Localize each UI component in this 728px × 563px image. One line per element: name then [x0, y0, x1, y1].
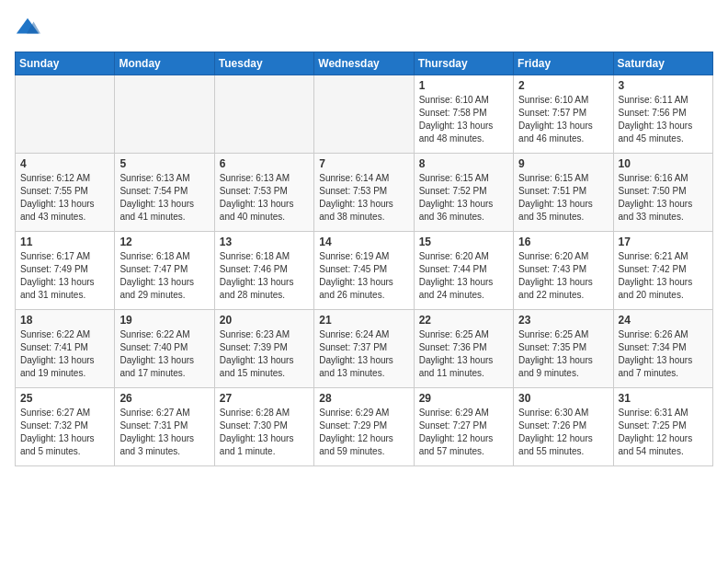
day-number: 17 — [619, 236, 708, 248]
calendar-cell: 18 Sunrise: 6:22 AMSunset: 7:41 PMDaylig… — [16, 310, 115, 388]
calendar-cell: 19 Sunrise: 6:22 AMSunset: 7:40 PMDaylig… — [115, 310, 214, 388]
day-number: 31 — [619, 392, 708, 405]
col-header-tuesday: Tuesday — [214, 52, 313, 75]
calendar-cell: 23 Sunrise: 6:25 AMSunset: 7:35 PMDaylig… — [514, 310, 613, 388]
calendar-cell: 1 Sunrise: 6:10 AMSunset: 7:58 PMDayligh… — [414, 75, 513, 154]
calendar-cell — [214, 75, 313, 154]
calendar-cell: 11 Sunrise: 6:17 AMSunset: 7:49 PMDaylig… — [16, 232, 115, 310]
calendar-cell: 22 Sunrise: 6:25 AMSunset: 7:36 PMDaylig… — [414, 310, 513, 388]
day-number: 18 — [20, 314, 109, 327]
day-number: 6 — [220, 157, 309, 170]
day-info: Sunrise: 6:20 AMSunset: 7:43 PMDaylight:… — [518, 250, 608, 302]
day-number: 11 — [20, 236, 109, 248]
day-info: Sunrise: 6:24 AMSunset: 7:37 PMDaylight:… — [319, 328, 408, 380]
day-info: Sunrise: 6:13 AMSunset: 7:53 PMDaylight:… — [220, 172, 309, 224]
col-header-monday: Monday — [115, 52, 214, 75]
day-info: Sunrise: 6:18 AMSunset: 7:46 PMDaylight:… — [220, 250, 309, 302]
day-number: 14 — [319, 236, 408, 248]
day-number: 1 — [419, 79, 508, 92]
calendar-cell: 7 Sunrise: 6:14 AMSunset: 7:53 PMDayligh… — [314, 154, 414, 232]
day-info: Sunrise: 6:15 AMSunset: 7:52 PMDaylight:… — [419, 172, 508, 224]
calendar-cell: 2 Sunrise: 6:10 AMSunset: 7:57 PMDayligh… — [514, 75, 613, 154]
day-info: Sunrise: 6:29 AMSunset: 7:29 PMDaylight:… — [319, 407, 408, 458]
calendar-week-5: 25 Sunrise: 6:27 AMSunset: 7:32 PMDaylig… — [16, 388, 713, 466]
day-info: Sunrise: 6:21 AMSunset: 7:42 PMDaylight:… — [619, 250, 708, 302]
day-number: 8 — [419, 157, 508, 170]
page-header — [15, 15, 713, 40]
day-number: 15 — [419, 236, 508, 248]
day-number: 19 — [119, 314, 209, 327]
day-info: Sunrise: 6:25 AMSunset: 7:36 PMDaylight:… — [419, 328, 508, 380]
day-number: 7 — [319, 157, 408, 170]
day-info: Sunrise: 6:29 AMSunset: 7:27 PMDaylight:… — [419, 407, 508, 458]
col-header-thursday: Thursday — [414, 52, 513, 75]
calendar-week-2: 4 Sunrise: 6:12 AMSunset: 7:55 PMDayligh… — [16, 154, 713, 232]
day-number: 3 — [619, 79, 708, 92]
calendar-week-3: 11 Sunrise: 6:17 AMSunset: 7:49 PMDaylig… — [16, 232, 713, 310]
day-number: 29 — [419, 392, 508, 405]
day-info: Sunrise: 6:10 AMSunset: 7:57 PMDaylight:… — [518, 94, 608, 145]
day-info: Sunrise: 6:31 AMSunset: 7:25 PMDaylight:… — [619, 407, 708, 458]
day-info: Sunrise: 6:28 AMSunset: 7:30 PMDaylight:… — [220, 407, 309, 458]
day-number: 21 — [319, 314, 408, 327]
day-info: Sunrise: 6:30 AMSunset: 7:26 PMDaylight:… — [518, 407, 608, 458]
day-info: Sunrise: 6:22 AMSunset: 7:40 PMDaylight:… — [119, 328, 209, 380]
calendar-cell: 8 Sunrise: 6:15 AMSunset: 7:52 PMDayligh… — [414, 154, 513, 232]
day-number: 5 — [119, 157, 209, 170]
logo — [15, 15, 44, 40]
day-number: 24 — [619, 314, 708, 327]
day-number: 4 — [20, 157, 109, 170]
calendar-cell: 28 Sunrise: 6:29 AMSunset: 7:29 PMDaylig… — [314, 388, 414, 466]
day-info: Sunrise: 6:20 AMSunset: 7:44 PMDaylight:… — [419, 250, 508, 302]
day-number: 27 — [220, 392, 309, 405]
day-info: Sunrise: 6:17 AMSunset: 7:49 PMDaylight:… — [20, 250, 109, 302]
calendar-cell: 30 Sunrise: 6:30 AMSunset: 7:26 PMDaylig… — [514, 388, 613, 466]
calendar-cell: 21 Sunrise: 6:24 AMSunset: 7:37 PMDaylig… — [314, 310, 414, 388]
calendar-cell: 25 Sunrise: 6:27 AMSunset: 7:32 PMDaylig… — [16, 388, 115, 466]
day-number: 22 — [419, 314, 508, 327]
calendar-cell: 3 Sunrise: 6:11 AMSunset: 7:56 PMDayligh… — [613, 75, 712, 154]
day-info: Sunrise: 6:12 AMSunset: 7:55 PMDaylight:… — [20, 172, 109, 224]
day-info: Sunrise: 6:11 AMSunset: 7:56 PMDaylight:… — [619, 94, 708, 145]
day-info: Sunrise: 6:27 AMSunset: 7:31 PMDaylight:… — [119, 407, 209, 458]
day-info: Sunrise: 6:19 AMSunset: 7:45 PMDaylight:… — [319, 250, 408, 302]
calendar-cell: 15 Sunrise: 6:20 AMSunset: 7:44 PMDaylig… — [414, 232, 513, 310]
calendar-table: SundayMondayTuesdayWednesdayThursdayFrid… — [15, 52, 713, 466]
day-info: Sunrise: 6:23 AMSunset: 7:39 PMDaylight:… — [220, 328, 309, 380]
day-info: Sunrise: 6:15 AMSunset: 7:51 PMDaylight:… — [518, 172, 608, 224]
day-number: 26 — [119, 392, 209, 405]
day-info: Sunrise: 6:22 AMSunset: 7:41 PMDaylight:… — [20, 328, 109, 380]
calendar-cell: 27 Sunrise: 6:28 AMSunset: 7:30 PMDaylig… — [214, 388, 313, 466]
day-number: 20 — [220, 314, 309, 327]
calendar-cell — [16, 75, 115, 154]
day-info: Sunrise: 6:25 AMSunset: 7:35 PMDaylight:… — [518, 328, 608, 380]
calendar-cell — [314, 75, 414, 154]
day-number: 2 — [518, 79, 608, 92]
calendar-cell: 26 Sunrise: 6:27 AMSunset: 7:31 PMDaylig… — [115, 388, 214, 466]
calendar-header-row: SundayMondayTuesdayWednesdayThursdayFrid… — [16, 52, 713, 75]
day-info: Sunrise: 6:26 AMSunset: 7:34 PMDaylight:… — [619, 328, 708, 380]
day-number: 25 — [20, 392, 109, 405]
col-header-wednesday: Wednesday — [314, 52, 414, 75]
day-number: 13 — [220, 236, 309, 248]
calendar-cell: 10 Sunrise: 6:16 AMSunset: 7:50 PMDaylig… — [613, 154, 712, 232]
calendar-week-4: 18 Sunrise: 6:22 AMSunset: 7:41 PMDaylig… — [16, 310, 713, 388]
calendar-cell: 24 Sunrise: 6:26 AMSunset: 7:34 PMDaylig… — [613, 310, 712, 388]
calendar-cell: 4 Sunrise: 6:12 AMSunset: 7:55 PMDayligh… — [16, 154, 115, 232]
day-info: Sunrise: 6:10 AMSunset: 7:58 PMDaylight:… — [419, 94, 508, 145]
calendar-cell: 5 Sunrise: 6:13 AMSunset: 7:54 PMDayligh… — [115, 154, 214, 232]
day-info: Sunrise: 6:18 AMSunset: 7:47 PMDaylight:… — [119, 250, 209, 302]
calendar-cell: 13 Sunrise: 6:18 AMSunset: 7:46 PMDaylig… — [214, 232, 313, 310]
calendar-cell: 9 Sunrise: 6:15 AMSunset: 7:51 PMDayligh… — [514, 154, 613, 232]
day-number: 10 — [619, 157, 708, 170]
calendar-week-1: 1 Sunrise: 6:10 AMSunset: 7:58 PMDayligh… — [16, 75, 713, 154]
col-header-saturday: Saturday — [613, 52, 712, 75]
calendar-cell: 29 Sunrise: 6:29 AMSunset: 7:27 PMDaylig… — [414, 388, 513, 466]
day-number: 9 — [518, 157, 608, 170]
calendar-cell: 31 Sunrise: 6:31 AMSunset: 7:25 PMDaylig… — [613, 388, 712, 466]
col-header-friday: Friday — [514, 52, 613, 75]
calendar-cell: 20 Sunrise: 6:23 AMSunset: 7:39 PMDaylig… — [214, 310, 313, 388]
logo-icon — [15, 15, 40, 40]
day-info: Sunrise: 6:13 AMSunset: 7:54 PMDaylight:… — [119, 172, 209, 224]
calendar-cell: 16 Sunrise: 6:20 AMSunset: 7:43 PMDaylig… — [514, 232, 613, 310]
